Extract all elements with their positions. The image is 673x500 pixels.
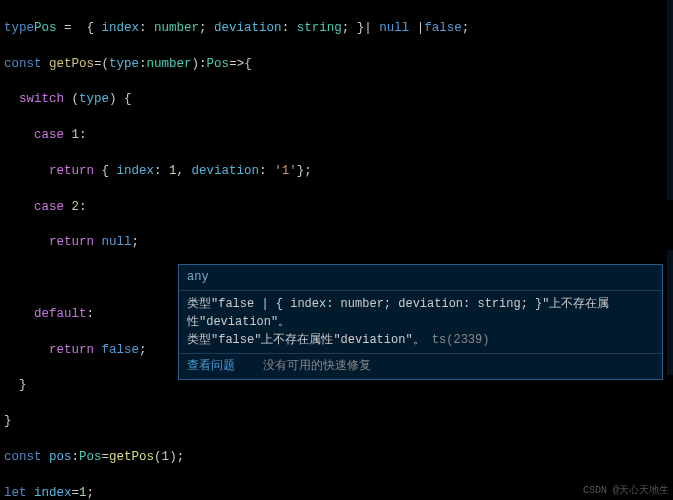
no-fix-text: 没有可用的快速修复	[263, 359, 371, 372]
code-line[interactable]: case 2:	[4, 199, 669, 217]
watermark: CSDN @天心天地生	[583, 484, 669, 498]
hover-actions: 查看问题 没有可用的快速修复	[179, 353, 662, 378]
code-line[interactable]: return { index: 1, deviation: '1'};	[4, 163, 669, 181]
hover-message: 类型"false | { index: number; deviation: s…	[179, 290, 662, 353]
code-line[interactable]: const getPos=(type:number):Pos=>{	[4, 56, 669, 74]
code-line[interactable]: }	[4, 377, 669, 395]
code-line[interactable]: switch (type) {	[4, 91, 669, 109]
hover-tooltip[interactable]: any 类型"false | { index: number; deviatio…	[178, 264, 663, 380]
code-line[interactable]: let index=1;	[4, 485, 669, 500]
code-line[interactable]: return null;	[4, 234, 669, 252]
code-line[interactable]: }	[4, 413, 669, 431]
code-line[interactable]: typePos = { index: number; deviation: st…	[4, 20, 669, 38]
code-line[interactable]: case 1:	[4, 127, 669, 145]
view-problem-link[interactable]: 查看问题	[187, 359, 235, 372]
code-line[interactable]: const pos:Pos=getPos(1);	[4, 449, 669, 467]
minimap[interactable]	[667, 0, 673, 500]
hover-type: any	[179, 265, 662, 290]
code-editor[interactable]: typePos = { index: number; deviation: st…	[0, 0, 673, 500]
